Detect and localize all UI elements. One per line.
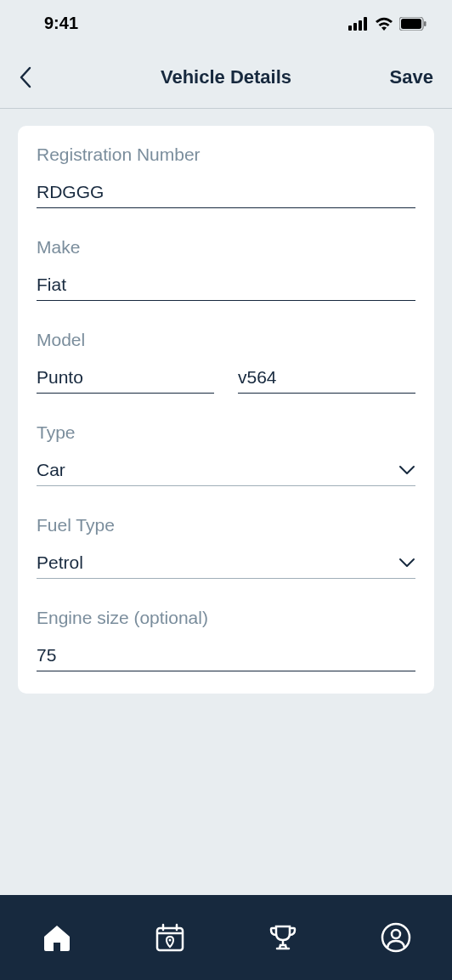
tab-bar bbox=[0, 895, 452, 980]
battery-icon bbox=[399, 17, 427, 31]
status-bar: 9:41 bbox=[0, 0, 452, 47]
fuel-type-value: Petrol bbox=[37, 552, 83, 573]
type-field: Type Car bbox=[37, 422, 415, 486]
engine-size-label: Engine size (optional) bbox=[37, 608, 415, 628]
tab-trophy[interactable] bbox=[266, 921, 300, 955]
registration-number-field: Registration Number bbox=[37, 144, 415, 208]
fuel-type-label: Fuel Type bbox=[37, 515, 415, 535]
fuel-type-select[interactable]: Petrol bbox=[37, 552, 415, 579]
chevron-down-icon bbox=[398, 558, 415, 568]
page-title: Vehicle Details bbox=[161, 66, 291, 88]
svg-rect-0 bbox=[348, 25, 352, 31]
engine-size-input[interactable] bbox=[37, 645, 415, 671]
svg-rect-2 bbox=[359, 20, 362, 31]
tab-calendar[interactable] bbox=[153, 921, 187, 955]
nav-header: Vehicle Details Save bbox=[0, 47, 452, 109]
status-time: 9:41 bbox=[44, 14, 78, 33]
svg-rect-1 bbox=[353, 23, 357, 31]
tab-profile[interactable] bbox=[379, 921, 413, 955]
wifi-icon bbox=[375, 17, 393, 31]
tab-home[interactable] bbox=[40, 921, 74, 955]
svg-point-11 bbox=[168, 939, 171, 942]
fuel-type-field: Fuel Type Petrol bbox=[37, 515, 415, 579]
make-field: Make bbox=[37, 237, 415, 301]
make-label: Make bbox=[37, 237, 415, 258]
type-value: Car bbox=[37, 460, 65, 480]
profile-icon bbox=[381, 922, 411, 953]
chevron-left-icon bbox=[20, 66, 31, 88]
cellular-icon bbox=[348, 17, 369, 31]
engine-size-field: Engine size (optional) bbox=[37, 608, 415, 671]
form-card: Registration Number Make Model Type Car … bbox=[18, 126, 434, 694]
svg-rect-6 bbox=[424, 21, 427, 26]
svg-rect-3 bbox=[364, 17, 367, 31]
model-label: Model bbox=[37, 330, 415, 350]
model-name-input[interactable] bbox=[37, 367, 214, 394]
chevron-down-icon bbox=[398, 465, 415, 475]
back-button[interactable] bbox=[17, 65, 34, 89]
status-icons bbox=[348, 17, 427, 31]
make-input[interactable] bbox=[37, 275, 415, 301]
type-label: Type bbox=[37, 422, 415, 443]
model-variant-input[interactable] bbox=[238, 367, 415, 394]
home-icon bbox=[42, 924, 71, 951]
svg-point-15 bbox=[392, 930, 400, 938]
type-select[interactable]: Car bbox=[37, 460, 415, 486]
save-button[interactable]: Save bbox=[390, 66, 433, 88]
model-field: Model bbox=[37, 330, 415, 394]
registration-number-input[interactable] bbox=[37, 182, 415, 208]
registration-number-label: Registration Number bbox=[37, 144, 415, 165]
svg-rect-5 bbox=[401, 19, 421, 29]
calendar-location-icon bbox=[155, 923, 184, 952]
trophy-icon bbox=[268, 923, 297, 952]
